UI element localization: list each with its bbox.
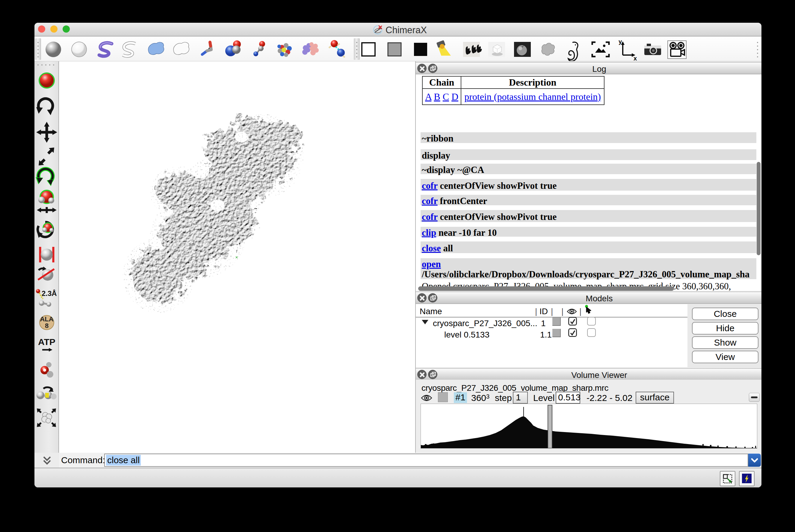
svg-text:ATP: ATP bbox=[38, 337, 55, 347]
svg-text:x: x bbox=[634, 55, 637, 61]
svg-text:2.3Å: 2.3Å bbox=[42, 289, 57, 298]
svg-text:8: 8 bbox=[45, 322, 49, 329]
svg-text:y: y bbox=[618, 38, 622, 45]
